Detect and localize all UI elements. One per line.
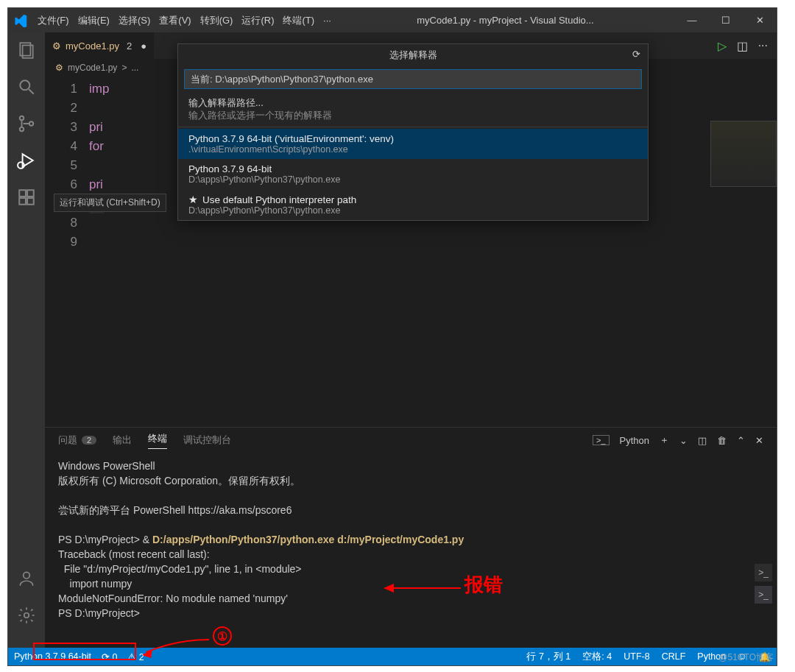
quickpick-enter-path[interactable]: 输入解释器路径... 输入路径或选择一个现有的解释器 (178, 93, 648, 125)
status-line-col[interactable]: 行 7，列 1 (526, 651, 570, 663)
quickpick-input[interactable] (184, 69, 642, 89)
tab-mycode1[interactable]: ⚙ myCode1.py 2 ● (45, 32, 154, 59)
terminal-output[interactable]: Windows PowerShell 版权所有 (C) Microsoft Co… (45, 453, 777, 648)
svg-point-5 (20, 127, 24, 131)
interpreter-quickpick: 选择解释器 ⟳ 输入解释器路径... 输入路径或选择一个现有的解释器 Pytho… (177, 43, 649, 221)
title-bar: 文件(F) 编辑(E) 选择(S) 查看(V) 转到(G) 运行(R) 终端(T… (8, 8, 777, 32)
close-button[interactable]: ✕ (743, 15, 777, 26)
panel-close-icon[interactable]: ✕ (755, 435, 763, 446)
source-control-icon[interactable] (16, 113, 37, 134)
panel-maximize-icon[interactable]: ⌃ (737, 435, 745, 446)
svg-rect-12 (27, 198, 34, 205)
status-bar: Python 3.7.9 64-bit ⟳ 0 ⚠ 2 行 7，列 1 空格: … (8, 648, 777, 665)
star-icon: ★ (188, 194, 198, 205)
split-terminal-icon[interactable]: ◫ (698, 435, 707, 446)
breadcrumb-sep: > (121, 63, 127, 73)
minimap[interactable] (710, 121, 777, 187)
svg-line-3 (29, 89, 34, 94)
svg-point-13 (24, 572, 30, 579)
problems-badge: 2 (82, 436, 96, 445)
menu-view[interactable]: 查看(V) (155, 14, 195, 27)
panel-tab-terminal[interactable]: 终端 (148, 432, 167, 449)
svg-point-14 (24, 613, 29, 618)
menu-select[interactable]: 选择(S) (114, 14, 155, 27)
search-icon[interactable] (16, 77, 37, 97)
tab-label: myCode1.py (66, 40, 119, 52)
status-python-interpreter[interactable]: Python 3.7.9 64-bit (14, 651, 91, 662)
quickpick-item-global[interactable]: Python 3.7.9 64-bit D:\apps\Python\Pytho… (178, 159, 648, 189)
panel-tab-problems[interactable]: 问题 2 (58, 434, 96, 447)
account-icon[interactable] (16, 568, 37, 589)
terminal-dropdown-icon[interactable]: ⌄ (679, 435, 688, 446)
more-actions-icon[interactable]: ··· (758, 39, 768, 53)
status-sync[interactable]: ⟳ 0 (102, 651, 117, 662)
terminal-instance-icon[interactable]: >_ (755, 586, 772, 604)
status-problems[interactable]: ⚠ 2 (127, 651, 144, 662)
tab-badge: 2 (127, 40, 132, 52)
quickpick-item-default[interactable]: ★Use default Python interpreter path D:\… (178, 189, 648, 220)
svg-rect-9 (19, 190, 26, 197)
python-file-icon: ⚙ (55, 63, 63, 73)
tab-close-icon[interactable]: ● (141, 40, 146, 52)
quickpick-title: 选择解释器 ⟳ (178, 44, 648, 66)
breadcrumb-more: ... (131, 63, 138, 73)
svg-rect-10 (27, 190, 34, 197)
minimize-button[interactable]: ― (675, 15, 709, 26)
menu-run[interactable]: 运行(R) (237, 14, 278, 27)
menu-go[interactable]: 转到(G) (196, 14, 238, 27)
run-debug-icon[interactable] (16, 150, 37, 171)
activity-bar (8, 32, 45, 648)
explorer-icon[interactable] (16, 40, 37, 60)
status-encoding[interactable]: UTF-8 (623, 651, 649, 662)
status-eol[interactable]: CRLF (662, 651, 686, 662)
terminal-kind-label[interactable]: Python (620, 435, 649, 446)
svg-point-6 (29, 121, 33, 125)
panel-tab-output[interactable]: 输出 (113, 434, 132, 447)
extensions-icon[interactable] (16, 187, 37, 208)
window-title: myCode1.py - myProject - Visual Studio..… (336, 15, 675, 26)
terminal-instance-icon[interactable]: >_ (755, 564, 772, 581)
menu-file[interactable]: 文件(F) (33, 14, 74, 27)
quickpick-item-venv[interactable]: Python 3.7.9 64-bit ('virtualEnvironment… (178, 129, 648, 159)
svg-rect-11 (19, 198, 26, 205)
watermark: @51CTO博客 (718, 651, 774, 664)
split-editor-icon[interactable]: ◫ (737, 39, 748, 53)
terminal-kind-icon[interactable]: >_ (593, 435, 610, 445)
terminal-side-icons: >_ >_ (755, 564, 772, 604)
panel-tab-debug-console[interactable]: 调试控制台 (183, 434, 231, 447)
python-file-icon: ⚙ (52, 40, 61, 52)
menu-more[interactable]: ··· (319, 15, 336, 26)
svg-point-4 (20, 116, 24, 120)
menu-edit[interactable]: 编辑(E) (74, 14, 114, 27)
settings-gear-icon[interactable] (16, 605, 37, 626)
status-spaces[interactable]: 空格: 4 (582, 651, 612, 663)
new-terminal-icon[interactable]: ＋ (660, 434, 669, 447)
run-file-icon[interactable]: ▷ (718, 39, 727, 53)
line-gutter: 123 456 789 (45, 77, 89, 427)
run-debug-tooltip: 运行和调试 (Ctrl+Shift+D) (54, 194, 166, 212)
kill-terminal-icon[interactable]: 🗑 (717, 435, 727, 446)
vscode-logo-icon (8, 14, 33, 27)
menu-terminal[interactable]: 终端(T) (278, 14, 319, 27)
svg-point-2 (20, 80, 29, 90)
maximize-button[interactable]: ☐ (709, 15, 743, 26)
panel: 问题 2 输出 终端 调试控制台 >_ Python ＋ ⌄ ◫ 🗑 ⌃ ✕ (45, 427, 777, 648)
breadcrumb-file: myCode1.py (68, 63, 117, 73)
refresh-icon[interactable]: ⟳ (632, 49, 640, 60)
